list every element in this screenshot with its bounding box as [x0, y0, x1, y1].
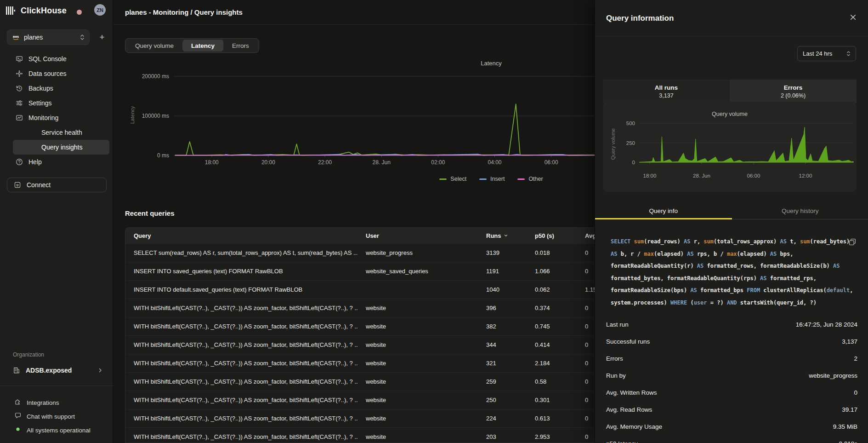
cell-user: website — [357, 323, 478, 330]
runs-tab[interactable]: All runs 3,137 — [603, 80, 730, 103]
sql-code-block: SELECT sum(read_rows) AS r, sum(total_ro… — [611, 236, 859, 309]
legend-swatch — [517, 178, 525, 180]
sidebar-footer-item[interactable]: Chat with support — [0, 409, 113, 423]
time-range-select[interactable]: Last 24 hrs — [797, 46, 856, 61]
cell-query: WITH bitShiftLeft(CAST(?..), _CAST(?..))… — [125, 341, 357, 348]
cell-p50: 0.062 — [527, 286, 577, 293]
cell-user: website — [357, 305, 478, 311]
column-header-user[interactable]: User — [357, 232, 478, 239]
stat-row: p50 latency 0.018s — [606, 435, 857, 443]
column-header-runs[interactable]: Runs — [478, 232, 527, 239]
cell-runs: 250 — [478, 397, 527, 403]
legend-item[interactable]: Other — [517, 176, 543, 182]
legend-item[interactable]: Insert — [479, 176, 505, 182]
stat-label: Errors — [606, 355, 623, 362]
stat-value: 9.35 MiB — [833, 423, 857, 430]
cell-p50: 0.58 — [527, 378, 577, 385]
svg-text:aws: aws — [13, 35, 19, 38]
sidebar-footer: Integrations Chat with support All syste… — [0, 396, 113, 437]
brand: ClickHouse — [6, 5, 67, 17]
close-icon[interactable] — [850, 14, 857, 21]
status-dot-icon — [14, 426, 22, 435]
query-info-tab[interactable]: Query history — [732, 202, 868, 219]
sidebar-nav-item[interactable]: Service health — [13, 125, 109, 140]
cell-user: website_saved_queries — [357, 268, 478, 275]
sidebar-nav-item[interactable]: Data sources — [13, 66, 109, 81]
cell-p50: 0.301 — [527, 397, 577, 403]
time-range-value: Last 24 hrs — [803, 50, 843, 57]
integrations-icon — [14, 398, 22, 407]
sidebar-nav-item[interactable]: Help — [13, 155, 109, 169]
cell-runs: 259 — [478, 378, 527, 385]
metric-tab[interactable]: Errors — [223, 40, 258, 52]
brand-name: ClickHouse — [21, 6, 67, 16]
stat-row: Errors 2 — [606, 350, 857, 367]
stat-value: 0.018s — [839, 440, 857, 443]
organization-heading: Organization — [13, 351, 44, 358]
volume-x-ticks: 18:0028. Jun06:0012:00 — [639, 173, 854, 179]
sidebar-nav-item[interactable]: SQL Console — [13, 52, 109, 66]
cell-query: INSERT INTO saved_queries (text) FORMAT … — [125, 268, 357, 275]
cell-query: WITH bitShiftLeft(CAST(?..), _CAST(?..))… — [125, 360, 357, 367]
cell-user: website — [357, 378, 478, 385]
cell-runs: 321 — [478, 360, 527, 367]
cell-user: website — [357, 341, 478, 348]
cell-runs: 1191 — [478, 268, 527, 275]
add-service-button[interactable]: + — [94, 29, 110, 45]
chevron-updown-icon — [846, 50, 851, 57]
query-information-drawer: Query information Last 24 hrs All runs 3… — [595, 0, 868, 443]
cell-query: WITH bitShiftLeft(CAST(?..), _CAST(?..))… — [125, 433, 357, 440]
stat-row: Avg. Read Rows 39.17 — [606, 401, 857, 418]
chevron-updown-icon — [80, 34, 85, 41]
sidebar: ClickHouse ZN aws planes + SQL Console D — [0, 0, 113, 443]
metric-tab[interactable]: Query volume — [126, 40, 182, 52]
sidebar-nav-item[interactable]: Backups — [13, 81, 109, 96]
stat-row: Avg. Written Rows 0 — [606, 384, 857, 401]
cell-p50: 2.184 — [527, 360, 577, 367]
cell-runs: 203 — [478, 433, 527, 440]
query-volume-card: Query volume Query volume 0250500 18:002… — [603, 102, 857, 192]
cell-query: INSERT INTO default.saved_queries (text)… — [125, 286, 357, 293]
stat-label: Last run — [606, 321, 629, 328]
organization-switcher[interactable]: ADSB.exposed — [13, 363, 103, 378]
sidebar-nav-item[interactable]: Query insights — [13, 140, 109, 155]
copy-icon[interactable] — [849, 238, 856, 246]
sidebar-footer-item[interactable]: Integrations — [0, 396, 113, 409]
cell-p50: 0.374 — [527, 305, 577, 311]
service-selector[interactable]: aws planes — [7, 29, 90, 45]
cell-p50: 0.414 — [527, 341, 577, 348]
query-info-tab[interactable]: Query info — [595, 202, 732, 219]
column-header-p50[interactable]: p50 (s) — [527, 232, 577, 239]
sidebar-footer-item[interactable]: All systems operational — [0, 423, 113, 437]
stat-label: Avg. Written Rows — [606, 389, 657, 396]
runs-tab[interactable]: Errors 2 (0.06%) — [730, 80, 857, 103]
connect-button[interactable]: Connect — [7, 178, 107, 192]
sidebar-nav-item[interactable]: Settings — [13, 96, 109, 110]
legend-swatch — [479, 178, 487, 180]
runs-errors-tabs: All runs 3,137 Errors 2 (0.06%) — [603, 80, 857, 103]
monitoring-icon — [16, 114, 23, 121]
help-icon — [16, 158, 23, 166]
stat-value: 2 — [854, 355, 857, 362]
avatar[interactable]: ZN — [94, 4, 106, 16]
stat-row: Run by website_progress — [606, 367, 857, 384]
cell-query: WITH bitShiftLeft(CAST(?..), _CAST(?..))… — [125, 323, 357, 330]
cell-runs: 396 — [478, 305, 527, 311]
recent-queries-heading: Recent queries — [125, 209, 175, 217]
stat-label: Avg. Memory Usage — [606, 423, 662, 430]
notification-dot[interactable] — [77, 10, 82, 15]
sidebar-nav-item[interactable]: Monitoring — [13, 110, 109, 125]
cell-user: website_progress — [357, 249, 478, 256]
metric-tab[interactable]: Latency — [182, 40, 223, 52]
stat-value: 0 — [854, 389, 857, 396]
cell-p50: 1.066 — [527, 268, 577, 275]
stat-label: Avg. Read Rows — [606, 406, 652, 413]
legend-item[interactable]: Select — [439, 176, 466, 182]
column-header-query[interactable]: Query — [125, 232, 357, 239]
cell-query: WITH bitShiftLeft(CAST(?..), _CAST(?..))… — [125, 305, 357, 311]
sort-down-icon — [504, 233, 508, 238]
cell-user: website — [357, 360, 478, 367]
cell-query: WITH bitShiftLeft(CAST(?..), _CAST(?..))… — [125, 378, 357, 385]
stat-label: Run by — [606, 372, 626, 379]
stat-label: p50 latency — [606, 440, 638, 443]
